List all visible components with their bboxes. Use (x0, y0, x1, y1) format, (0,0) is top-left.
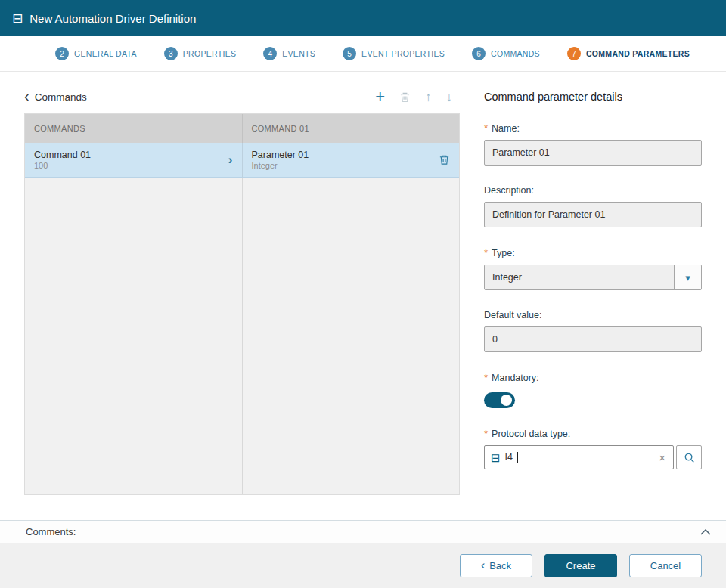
step-label: PROPERTIES (183, 49, 237, 58)
arrow-down-icon[interactable]: ↓ (446, 91, 453, 104)
step-connector-line (545, 54, 562, 54)
toggle-knob (501, 395, 512, 406)
driver-icon: ⊟ (12, 12, 23, 25)
step-event-properties[interactable]: 5 EVENT PROPERTIES (321, 47, 450, 60)
protocol-data-type-label: * Protocol data type: (484, 428, 702, 439)
parameter-list-item[interactable]: Parameter 01 Integer (242, 143, 460, 178)
protocol-data-type-value: I4 (505, 452, 513, 463)
command-list-item[interactable]: Command 01 100 › (25, 143, 242, 178)
details-title: Command parameter details (484, 91, 702, 103)
required-marker: * (484, 428, 488, 439)
command-title: Command 01 (34, 150, 91, 160)
step-connector-line (241, 54, 258, 54)
step-properties[interactable]: 3 PROPERTIES (142, 47, 242, 60)
commands-panel-title: Commands (35, 91, 87, 103)
mandatory-toggle[interactable] (484, 392, 515, 408)
search-icon[interactable] (676, 445, 702, 469)
dialog-title: New Automation Driver Definition (29, 12, 196, 25)
chevron-right-icon[interactable]: › (228, 153, 233, 168)
table-row: Command 01 100 › Parameter 01 Integer (25, 143, 459, 178)
step-number-badge: 6 (472, 47, 486, 60)
step-connector-line (450, 54, 467, 54)
step-number-badge: 3 (164, 47, 178, 60)
trash-icon[interactable] (439, 154, 450, 166)
create-button[interactable]: Create (544, 554, 617, 577)
commands-table: COMMANDS COMMAND 01 Command 01 100 › Par… (24, 113, 460, 495)
step-number-badge: 2 (55, 47, 69, 60)
step-command-parameters[interactable]: 7 COMMAND PARAMETERS (545, 47, 695, 60)
name-label: * Name: (484, 122, 702, 134)
parameter-title: Parameter 01 (252, 150, 309, 160)
step-number-badge: 7 (567, 47, 581, 60)
commands-panel-header: ‹ Commands + ↑ ↓ (24, 83, 460, 110)
chevron-left-icon: ‹ (24, 88, 29, 104)
description-field[interactable] (484, 202, 702, 227)
protocol-data-type-field[interactable]: ⊟ I4 × (484, 445, 674, 469)
mandatory-label: * Mandatory: (484, 372, 702, 383)
comments-label: Comments: (26, 526, 76, 537)
cancel-button[interactable]: Cancel (629, 554, 702, 577)
column-header-commands: COMMANDS (25, 114, 242, 143)
step-general-data[interactable]: 2 GENERAL DATA (33, 47, 142, 60)
chevron-up-icon[interactable] (700, 529, 711, 535)
driver-icon: ⊟ (491, 452, 501, 463)
commands-toolbar: + ↑ ↓ (375, 88, 460, 105)
text-cursor (517, 452, 518, 463)
step-commands[interactable]: 6 COMMANDS (450, 47, 545, 60)
step-events[interactable]: 4 EVENTS (241, 47, 321, 60)
commands-empty-column (25, 178, 242, 494)
arrow-up-icon[interactable]: ↑ (425, 91, 432, 104)
commands-back-button[interactable]: ‹ Commands (24, 91, 87, 104)
required-marker: * (484, 247, 488, 258)
type-label: * Type: (484, 247, 702, 258)
step-label: COMMANDS (491, 49, 540, 58)
step-label: GENERAL DATA (74, 49, 137, 58)
new-automation-driver-dialog: ⊟ New Automation Driver Definition 2 GEN… (0, 0, 726, 588)
step-connector-line (33, 54, 50, 54)
protocol-data-type-row: ⊟ I4 × (484, 445, 702, 469)
step-number-badge: 4 (263, 47, 277, 60)
step-label: EVENT PROPERTIES (361, 49, 445, 58)
step-connector-line (321, 54, 337, 54)
parameters-empty-column (242, 178, 460, 494)
required-marker: * (484, 122, 488, 134)
chevron-left-icon: ‹ (481, 559, 485, 571)
parameter-subtitle: Integer (252, 161, 309, 170)
type-select[interactable]: Integer ▾ (484, 265, 702, 290)
table-header-row: COMMANDS COMMAND 01 (25, 114, 459, 143)
default-value-field[interactable] (484, 326, 702, 352)
step-label: EVENTS (282, 49, 315, 58)
name-field[interactable] (484, 140, 702, 166)
titlebar: ⊟ New Automation Driver Definition (0, 0, 726, 36)
column-header-command-01: COMMAND 01 (242, 114, 460, 143)
step-number-badge: 5 (343, 47, 356, 60)
clear-icon[interactable]: × (657, 452, 667, 463)
type-select-value: Integer (485, 265, 674, 289)
trash-icon[interactable] (399, 91, 411, 103)
add-icon[interactable]: + (375, 88, 385, 105)
default-value-label: Default value: (484, 310, 702, 320)
required-marker: * (484, 372, 488, 383)
description-label: Description: (484, 185, 702, 196)
back-button[interactable]: ‹ Back (460, 554, 532, 577)
step-label: COMMAND PARAMETERS (586, 49, 690, 58)
command-subtitle: 100 (34, 161, 91, 170)
footer: ‹ Back Create Cancel (0, 543, 726, 588)
table-empty-area (25, 178, 459, 494)
comments-bar: Comments: (0, 520, 726, 543)
command-parameter-details-panel: Command parameter details * Name: Descri… (484, 83, 702, 469)
step-connector-line (142, 54, 159, 54)
chevron-down-icon[interactable]: ▾ (674, 265, 701, 289)
wizard-stepper: 2 GENERAL DATA 3 PROPERTIES 4 EVENTS 5 E… (0, 36, 726, 72)
